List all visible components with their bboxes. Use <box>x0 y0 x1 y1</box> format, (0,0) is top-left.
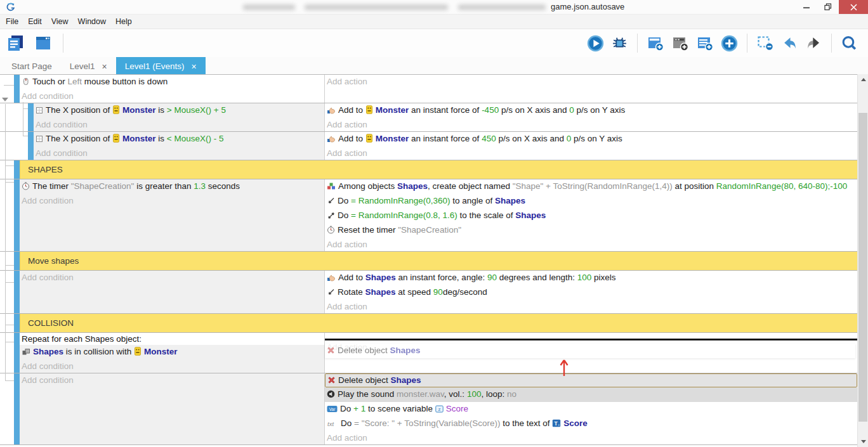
add-condition-placeholder[interactable]: Add condition <box>36 120 88 129</box>
add-action-placeholder[interactable]: Add action <box>327 302 367 311</box>
menu-edit[interactable]: Edit <box>28 17 42 26</box>
tab-close-icon[interactable]: × <box>192 62 197 71</box>
redo-icon[interactable] <box>805 35 822 52</box>
text-segment: 100 <box>467 389 482 399</box>
action-row[interactable]: Delete object Shapes <box>325 373 857 387</box>
event-bar[interactable] <box>14 314 20 332</box>
comment-block[interactable]: Move shapes <box>0 252 857 271</box>
debug-icon[interactable] <box>611 35 628 52</box>
add-comment-icon[interactable] <box>696 34 714 52</box>
add-condition-placeholder[interactable]: Add condition <box>22 375 74 385</box>
add-subevent-icon[interactable] <box>671 34 689 52</box>
project-manager-icon[interactable] <box>6 34 25 53</box>
condition-row[interactable]: The X position of Monster is < MouseX() … <box>34 132 324 146</box>
scroll-up-icon[interactable] <box>858 74 868 85</box>
add-action-placeholder[interactable]: Add action <box>327 120 367 129</box>
undo-icon[interactable] <box>781 35 798 52</box>
add-action-placeholder[interactable]: Add action <box>327 240 367 249</box>
add-action-placeholder[interactable]: Add action <box>327 77 367 86</box>
action-row[interactable]: VarDo + 1 to scene variable zScore <box>325 402 857 417</box>
condition-row[interactable]: Add condition <box>20 360 324 373</box>
tab-level1-events-[interactable]: Level1 (Events)× <box>116 57 206 75</box>
condition-row[interactable]: The X position of Monster is > MouseX() … <box>34 103 324 118</box>
condition-row[interactable]: Add condition <box>20 373 324 387</box>
condition-row[interactable]: Add condition <box>20 271 324 284</box>
search-icon[interactable] <box>841 35 858 52</box>
scene-editor-icon[interactable] <box>34 34 53 53</box>
condition-row[interactable]: Add condition <box>20 89 324 103</box>
add-event-icon[interactable] <box>647 34 664 52</box>
text-segment: The timer <box>32 181 71 191</box>
vertical-scrollbar[interactable] <box>857 74 868 447</box>
condition-row[interactable]: Touch or Left mouse button is down <box>20 75 324 89</box>
menu-help[interactable]: Help <box>115 17 132 26</box>
foreach-header[interactable]: Repeat for each Shapes object: <box>20 333 324 345</box>
event-block[interactable]: The X position of Monster is < MouseX() … <box>0 132 857 160</box>
tab-start-page[interactable]: Start Page <box>3 57 61 75</box>
action-row[interactable]: Add action <box>325 118 857 131</box>
play-icon[interactable] <box>587 35 604 52</box>
add-action-placeholder[interactable]: Add action <box>327 433 367 443</box>
collapse-arrow-icon[interactable] <box>2 98 8 101</box>
event-block[interactable]: The X position of Monster is > MouseX() … <box>0 103 857 132</box>
action-row[interactable]: Rotate Shapes at speed 90deg/second <box>325 285 857 300</box>
event-bar[interactable] <box>14 179 20 251</box>
restore-button[interactable] <box>817 0 839 14</box>
add-condition-placeholder[interactable]: Add condition <box>22 91 74 101</box>
tab-close-icon[interactable]: × <box>102 62 107 71</box>
add-condition-placeholder[interactable]: Add condition <box>22 196 74 205</box>
add-condition-placeholder[interactable]: Add condition <box>22 273 74 282</box>
event-bar[interactable] <box>14 75 20 103</box>
action-row[interactable]: Add action <box>325 75 857 88</box>
event-block[interactable]: Add conditionDelete object ShapesPlay th… <box>0 373 857 445</box>
add-circle-icon[interactable] <box>721 35 738 52</box>
condition-row[interactable]: The timer "ShapeCreation" is greater tha… <box>20 179 324 194</box>
delete-selection-icon[interactable] <box>756 34 774 52</box>
comment-block[interactable]: COLLISION <box>0 314 857 333</box>
comment-block[interactable]: SHAPES <box>0 160 857 179</box>
tab-level1[interactable]: Level1× <box>61 57 116 75</box>
event-block[interactable]: The timer "ShapeCreation" is greater tha… <box>0 179 857 252</box>
action-row[interactable]: Add action <box>325 146 857 160</box>
action-row[interactable]: Add to Monster an instant force of -450 … <box>325 103 857 118</box>
comment-label[interactable]: SHAPES <box>20 160 857 179</box>
action-row[interactable]: Add to Shapes an instant force, angle: 9… <box>325 271 857 285</box>
condition-row[interactable]: Add condition <box>34 146 324 160</box>
action-row[interactable]: txtDo = "Score: " + ToString(Variable(Sc… <box>325 417 857 431</box>
minimize-button[interactable] <box>796 0 817 14</box>
action-row[interactable]: Add action <box>325 431 857 444</box>
foreach-event[interactable]: Repeat for each Shapes object:Shapes is … <box>0 333 857 373</box>
event-bar[interactable] <box>14 373 20 444</box>
event-block[interactable]: Touch or Left mouse button is downAdd co… <box>0 75 857 103</box>
event-bar[interactable] <box>28 103 34 131</box>
event-bar[interactable] <box>14 252 20 270</box>
menu-window[interactable]: Window <box>78 17 106 26</box>
condition-row[interactable]: Add condition <box>34 118 324 131</box>
action-row[interactable]: Do = RandomInRange(0,360) to angle of Sh… <box>325 194 857 209</box>
scroll-down-icon[interactable] <box>858 436 868 447</box>
condition-row[interactable]: Shapes is in collision with Monster <box>20 345 324 360</box>
action-row[interactable]: Add action <box>325 300 857 313</box>
close-button[interactable] <box>839 0 868 14</box>
condition-row[interactable]: Add condition <box>20 194 324 207</box>
action-row[interactable]: Add action <box>325 238 857 251</box>
action-row[interactable]: Add to Monster an instant force of 450 p… <box>325 132 857 146</box>
comment-label[interactable]: Move shapes <box>20 252 857 270</box>
action-row[interactable]: Play the sound monster.wav, vol.: 100, l… <box>325 387 857 402</box>
scrollbar-thumb[interactable] <box>858 113 867 422</box>
event-bar[interactable] <box>14 271 20 313</box>
action-row[interactable]: Do = RandomInRange(0.8, 1.6) to the scal… <box>325 209 857 223</box>
menu-file[interactable]: File <box>6 17 18 26</box>
action-row[interactable]: Reset the timer "ShapeCreation" <box>325 223 857 238</box>
comment-label[interactable]: COLLISION <box>20 314 857 332</box>
add-action-placeholder[interactable]: Add action <box>327 148 367 158</box>
add-condition-placeholder[interactable]: Add condition <box>22 361 74 371</box>
add-condition-placeholder[interactable]: Add condition <box>36 148 88 158</box>
event-bar[interactable] <box>14 333 20 373</box>
event-bar[interactable] <box>28 132 34 160</box>
event-body: Add conditionDelete object ShapesPlay th… <box>20 373 857 444</box>
event-bar[interactable] <box>14 160 20 179</box>
event-block[interactable]: Add conditionAdd to Shapes an instant fo… <box>0 271 857 314</box>
menu-view[interactable]: View <box>51 17 69 26</box>
action-row[interactable]: Among objects Shapes, create object name… <box>325 179 857 194</box>
